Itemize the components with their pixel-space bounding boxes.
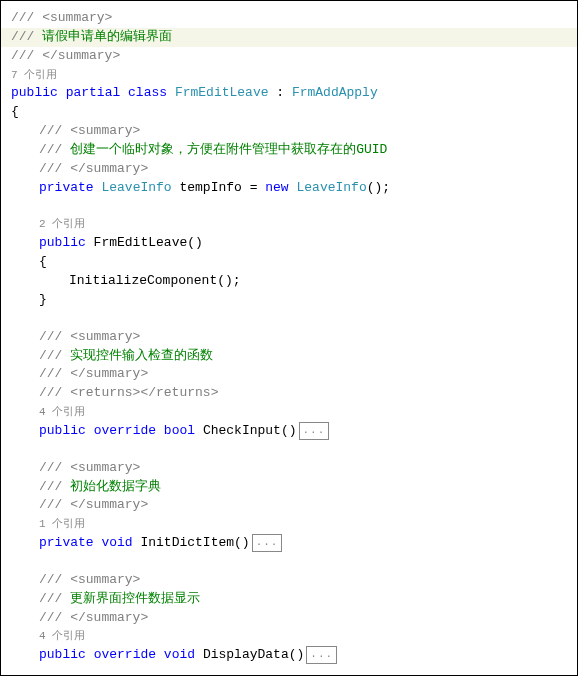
fold-toggle[interactable]: ... bbox=[299, 422, 330, 440]
keyword-void: void bbox=[101, 535, 132, 550]
class-name: FrmEditLeave bbox=[175, 85, 269, 100]
keyword-void: void bbox=[164, 647, 195, 662]
keyword-partial: partial bbox=[66, 85, 121, 100]
code-line: /// </summary> bbox=[1, 609, 577, 628]
keyword-public: public bbox=[39, 647, 86, 662]
code-line: /// 实现控件输入检查的函数 bbox=[1, 347, 577, 366]
xml-doc-tag: /// <summary> bbox=[39, 329, 140, 344]
type-name: LeaveInfo bbox=[101, 180, 171, 195]
code-line: public override void DisplayData()... bbox=[1, 646, 577, 665]
xml-doc-text: 实现控件输入检查的函数 bbox=[70, 348, 213, 363]
method-name: InitDictItem() bbox=[133, 535, 250, 550]
reference-count[interactable]: 7 个引用 bbox=[11, 69, 57, 81]
keyword-override: override bbox=[94, 423, 156, 438]
keyword-public: public bbox=[11, 85, 58, 100]
method-name: DisplayData() bbox=[195, 647, 304, 662]
xml-doc-tag: /// </summary> bbox=[39, 497, 148, 512]
keyword-override: override bbox=[94, 647, 156, 662]
paren-semi: (); bbox=[367, 180, 390, 195]
fold-toggle[interactable]: ... bbox=[252, 534, 283, 552]
reference-count[interactable]: 1 个引用 bbox=[39, 518, 85, 530]
xml-doc-text: 请假申请单的编辑界面 bbox=[42, 29, 172, 44]
xml-doc-tag: /// </summary> bbox=[39, 366, 148, 381]
codelens-references[interactable]: 1 个引用 bbox=[1, 515, 577, 534]
method-name: CheckInput() bbox=[195, 423, 296, 438]
code-line: /// <summary> bbox=[1, 571, 577, 590]
code-line: /// </summary> bbox=[1, 496, 577, 515]
code-line: /// <summary> bbox=[1, 122, 577, 141]
code-line: /// </summary> bbox=[1, 160, 577, 179]
code-line: /// </summary> bbox=[1, 47, 577, 66]
reference-count[interactable]: 4 个引用 bbox=[39, 630, 85, 642]
xml-doc-tag: /// <summary> bbox=[39, 123, 140, 138]
code-line: /// <summary> bbox=[1, 459, 577, 478]
keyword-new: new bbox=[265, 180, 288, 195]
keyword-class: class bbox=[128, 85, 167, 100]
method-call: InitializeComponent(); bbox=[69, 273, 241, 288]
keyword-private: private bbox=[39, 180, 94, 195]
colon: : bbox=[269, 85, 292, 100]
xml-doc-tag: /// <summary> bbox=[39, 572, 140, 587]
code-line: public override bool CheckInput()... bbox=[1, 422, 577, 441]
reference-count[interactable]: 4 个引用 bbox=[39, 406, 85, 418]
xml-doc-slash: /// bbox=[11, 29, 42, 44]
field-decl: tempInfo = bbox=[172, 180, 266, 195]
blank-line bbox=[1, 310, 577, 328]
xml-doc-returns: /// <returns></returns> bbox=[39, 385, 218, 400]
code-line: /// </summary> bbox=[1, 365, 577, 384]
xml-doc-slash: /// bbox=[39, 591, 70, 606]
keyword-private: private bbox=[39, 535, 94, 550]
keyword-bool: bool bbox=[164, 423, 195, 438]
codelens-references[interactable]: 4 个引用 bbox=[1, 403, 577, 422]
xml-doc-tag: /// </summary> bbox=[39, 610, 148, 625]
xml-doc-tag: /// <summary> bbox=[39, 460, 140, 475]
xml-doc-tag: /// </summary> bbox=[39, 161, 148, 176]
brace-open: { bbox=[39, 254, 47, 269]
xml-doc-text: 创建一个临时对象，方便在附件管理中获取存在的GUID bbox=[70, 142, 387, 157]
type-name: LeaveInfo bbox=[296, 180, 366, 195]
xml-doc-slash: /// bbox=[39, 479, 70, 494]
code-line: public FrmEditLeave() bbox=[1, 234, 577, 253]
reference-count[interactable]: 2 个引用 bbox=[39, 218, 85, 230]
code-line: /// 创建一个临时对象，方便在附件管理中获取存在的GUID bbox=[1, 141, 577, 160]
fold-toggle[interactable]: ... bbox=[306, 646, 337, 664]
code-line: private LeaveInfo tempInfo = new LeaveIn… bbox=[1, 179, 577, 198]
code-line: } bbox=[1, 291, 577, 310]
blank-line bbox=[1, 197, 577, 215]
xml-doc-tag: /// </summary> bbox=[11, 48, 120, 63]
xml-doc-slash: /// bbox=[39, 142, 70, 157]
code-line: InitializeComponent(); bbox=[1, 272, 577, 291]
brace-close: } bbox=[39, 292, 47, 307]
codelens-references[interactable]: 4 个引用 bbox=[1, 627, 577, 646]
code-line: private void InitDictItem()... bbox=[1, 534, 577, 553]
code-line: public partial class FrmEditLeave : FrmA… bbox=[1, 84, 577, 103]
code-line: /// <summary> bbox=[1, 328, 577, 347]
xml-doc-text: 初始化数据字典 bbox=[70, 479, 161, 494]
code-line: { bbox=[1, 253, 577, 272]
constructor-name: FrmEditLeave() bbox=[86, 235, 203, 250]
code-line: /// <summary> bbox=[1, 9, 577, 28]
xml-doc-slash: /// bbox=[39, 348, 70, 363]
code-line: /// 初始化数据字典 bbox=[1, 478, 577, 497]
base-class-name: FrmAddApply bbox=[292, 85, 378, 100]
blank-line bbox=[1, 553, 577, 571]
code-line: /// 更新界面控件数据显示 bbox=[1, 590, 577, 609]
xml-doc-text: 更新界面控件数据显示 bbox=[70, 591, 200, 606]
xml-doc-tag: /// <summary> bbox=[11, 10, 112, 25]
code-line-highlighted[interactable]: /// 请假申请单的编辑界面 bbox=[1, 28, 577, 47]
code-line: { bbox=[1, 103, 577, 122]
keyword-public: public bbox=[39, 235, 86, 250]
keyword-public: public bbox=[39, 423, 86, 438]
blank-line bbox=[1, 441, 577, 459]
brace-open: { bbox=[11, 104, 19, 119]
codelens-references[interactable]: 2 个引用 bbox=[1, 215, 577, 234]
codelens-references[interactable]: 7 个引用 bbox=[1, 66, 577, 85]
code-line: /// <returns></returns> bbox=[1, 384, 577, 403]
